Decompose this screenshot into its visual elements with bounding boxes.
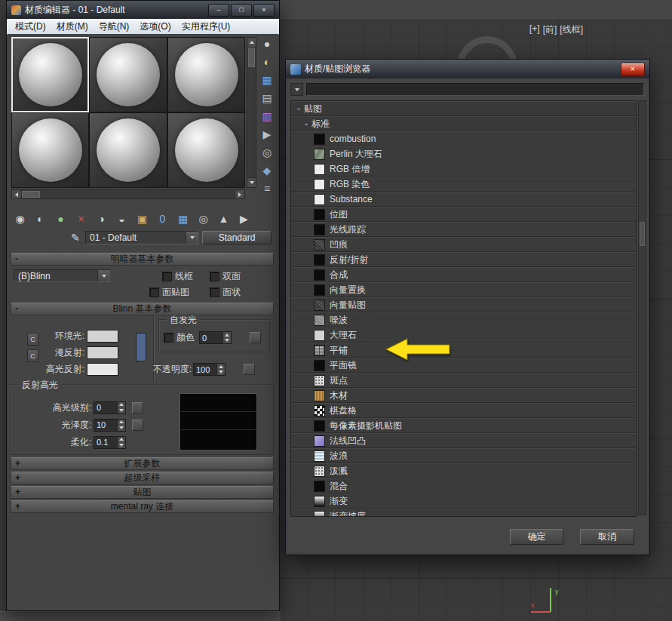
close-button[interactable]: × [253, 4, 275, 17]
sample-slot[interactable] [167, 112, 245, 188]
group-row-maps[interactable]: - 贴图 [291, 101, 636, 115]
make-preview-icon[interactable]: ▶ [258, 126, 276, 142]
map-item-row[interactable]: 向量置换 [291, 282, 636, 297]
group-row-standard[interactable]: - 标准 [291, 116, 636, 131]
put-material-to-scene-icon[interactable]: ◐ [31, 211, 50, 227]
scroll-up-button[interactable] [247, 38, 256, 48]
map-item-row[interactable]: 向量贴图 [291, 297, 636, 312]
self-illum-map-button[interactable] [250, 332, 261, 343]
show-map-in-viewport-icon[interactable]: ▦ [173, 211, 192, 227]
slots-vertical-scrollbar[interactable] [247, 37, 256, 188]
rollout-blinn-basic-params[interactable]: - Blinn 基本参数 [11, 303, 274, 315]
backlight-icon[interactable]: ◐ [258, 54, 276, 69]
faceted-checkbox[interactable] [210, 287, 219, 297]
collapsed-rollout[interactable]: + 贴图 [11, 486, 274, 499]
map-item-row[interactable]: RGB 倍增 [291, 161, 636, 176]
map-item-row[interactable]: 每像素摄影机贴图 [291, 418, 636, 432]
ok-button[interactable]: 确定 [510, 529, 563, 545]
map-item-row[interactable]: 渐变 [291, 493, 636, 508]
lock-ambient-diffuse-button[interactable] [136, 333, 146, 361]
menu-item[interactable]: 实用程序(U) [176, 19, 236, 35]
dialog-close-button[interactable]: × [621, 63, 645, 76]
material-id-channel-icon[interactable]: 0 [153, 211, 172, 227]
map-item-row[interactable]: 棋盘格 [291, 403, 636, 417]
map-item-row[interactable]: 渐变坡度 [291, 509, 636, 517]
sample-type-icon[interactable]: ● [258, 35, 276, 51]
maximize-button[interactable]: □ [231, 4, 252, 17]
map-item-row[interactable]: 混合 [291, 478, 636, 493]
map-item-row[interactable]: 合成 [291, 267, 636, 281]
map-item-row[interactable]: 波浪 [291, 448, 636, 463]
self-illum-spinner[interactable]: 0 [199, 331, 232, 344]
scroll-down-button[interactable] [247, 177, 256, 187]
background-icon[interactable]: ▦ [258, 72, 276, 88]
viewport-menu[interactable]: [+] [529, 23, 540, 36]
map-item-row[interactable]: 平铺 [291, 343, 636, 357]
opacity-spinner[interactable]: 100 [193, 363, 226, 376]
scrollbar-thumb[interactable] [248, 48, 255, 67]
wire-checkbox[interactable] [162, 272, 172, 281]
sample-slot[interactable] [167, 37, 245, 112]
glossiness-spinner[interactable]: 10 [94, 419, 126, 432]
make-material-copy-icon[interactable]: ◑ [92, 211, 111, 227]
color-checkbox[interactable] [164, 333, 173, 343]
browser-scrollbar[interactable] [638, 100, 646, 515]
select-by-material-icon[interactable]: ◆ [258, 162, 276, 178]
viewport-shading[interactable]: [线框] [560, 23, 583, 36]
scrollbar-thumb[interactable] [640, 222, 645, 246]
show-end-result-icon[interactable]: ◎ [194, 211, 213, 227]
material-name-dropdown[interactable]: 01 - Default [85, 231, 198, 244]
menu-item[interactable]: 导航(N) [94, 19, 135, 35]
map-item-row[interactable]: combustion [291, 131, 636, 146]
diffuse-color-swatch[interactable] [87, 346, 118, 359]
cancel-button[interactable]: 取消 [580, 529, 634, 545]
go-forward-to-sibling-icon[interactable]: ▶ [235, 211, 253, 227]
map-item-row[interactable]: 位图 [291, 207, 636, 221]
slots-horizontal-scrollbar[interactable] [11, 189, 245, 199]
video-color-check-icon[interactable]: ▥ [258, 108, 276, 124]
scroll-right-button[interactable] [235, 190, 244, 198]
two-sided-checkbox[interactable] [210, 272, 219, 281]
minimize-button[interactable]: – [208, 4, 229, 17]
menu-item[interactable]: 材质(M) [51, 19, 94, 35]
collapsed-rollout[interactable]: + mental ray 连接 [11, 500, 274, 513]
opacity-map-button[interactable] [244, 364, 255, 375]
material-type-button[interactable]: Standard [202, 231, 272, 244]
menu-item[interactable]: 选项(O) [134, 19, 176, 35]
specular-level-map-button[interactable] [132, 402, 143, 413]
sample-slot[interactable] [89, 37, 167, 112]
options-icon[interactable]: ◎ [258, 144, 276, 160]
map-item-row[interactable]: 泼溅 [291, 463, 636, 478]
specular-color-swatch[interactable] [87, 363, 118, 376]
browser-titlebar[interactable]: 材质/贴图浏览器 × [286, 60, 649, 78]
map-item-row[interactable]: 木材 [291, 388, 636, 402]
material-editor-titlebar[interactable]: 材质编辑器 - 01 - Default –□× [7, 1, 279, 19]
pick-material-from-object-icon[interactable]: ✎ [68, 230, 83, 245]
go-to-parent-icon[interactable]: ▲ [214, 211, 233, 227]
soften-spinner[interactable]: 0.1 [94, 436, 126, 449]
make-unique-icon[interactable]: ◒ [112, 211, 131, 227]
map-item-row[interactable]: 噪波 [291, 312, 636, 327]
glossiness-map-button[interactable] [132, 420, 143, 431]
map-item-row[interactable]: 光线跟踪 [291, 222, 636, 236]
collapsed-rollout[interactable]: + 扩展参数 [11, 457, 274, 470]
search-input[interactable] [306, 83, 644, 96]
sample-slot-active[interactable] [11, 37, 89, 112]
get-material-icon[interactable]: ◉ [11, 211, 29, 227]
material-map-navigator-icon[interactable]: ≡ [258, 180, 276, 196]
map-item-row[interactable]: 斑点 [291, 373, 636, 387]
map-item-row[interactable]: RGB 染色 [291, 177, 636, 191]
sample-uv-tiling-icon[interactable]: ▤ [258, 90, 276, 106]
face-map-checkbox[interactable] [149, 287, 159, 297]
map-item-row[interactable]: 平面镜 [291, 358, 636, 372]
sample-slot[interactable] [11, 112, 89, 188]
specular-level-spinner[interactable]: 0 [94, 401, 126, 414]
rollout-shader-basic-params[interactable]: - 明暗器基本参数 [11, 253, 274, 266]
menu-item[interactable]: 模式(D) [10, 19, 51, 35]
scroll-left-button[interactable] [12, 190, 22, 198]
map-item-row[interactable]: 法线凹凸 [291, 433, 636, 447]
search-options-button[interactable] [290, 83, 303, 96]
map-item-row[interactable]: 大理石 [291, 327, 636, 342]
assign-material-to-selection-icon[interactable]: ● [51, 211, 70, 227]
scrollbar-thumb[interactable] [22, 191, 40, 198]
